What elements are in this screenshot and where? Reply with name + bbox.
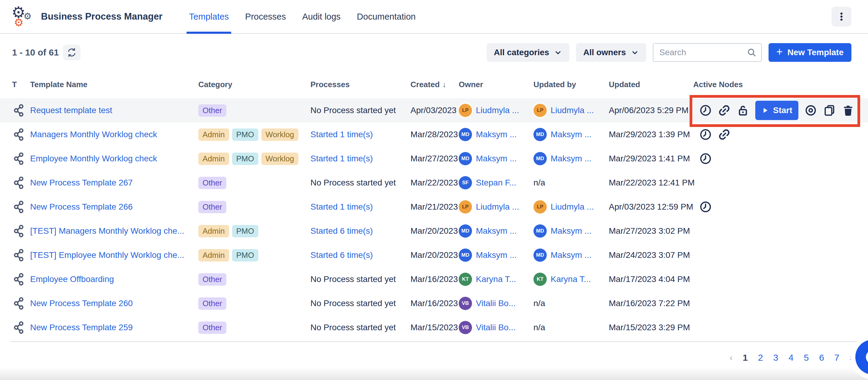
owner-name-link[interactable]: Maksym ... [476,154,517,164]
created-cell: Mar/20/2023 [410,250,459,260]
owner-name-link[interactable]: Maksym ... [476,130,517,139]
processes-link[interactable]: Started 6 time(s) [310,250,373,260]
updated-by-name-link[interactable]: Maksym ... [551,226,591,236]
history-icon[interactable] [699,152,712,165]
app-logo-gears-icon: ⚙ ⚙ ⚙ [11,4,35,29]
link-icon[interactable] [718,104,731,117]
pagination-next-button[interactable]: › [849,353,852,362]
pagination-page-7[interactable]: 7 [834,353,839,363]
template-type-cell [12,200,30,213]
processes-link[interactable]: Started 1 time(s) [310,202,373,211]
processes-text: No Process started yet [310,178,396,187]
column-header-t[interactable]: T [12,80,30,89]
template-name-link[interactable]: New Process Template 266 [30,202,133,211]
processes-link[interactable]: Started 1 time(s) [310,130,373,139]
table-row: New Process Template 266OtherStarted 1 t… [0,195,868,219]
owner-name-link[interactable]: Liudmyla ... [476,106,519,115]
updated-by-cell: n/a [533,299,609,308]
template-name-link[interactable]: [TEST] Employee Monthly Worklog che... [30,250,184,260]
owner-name-link[interactable]: Maksym ... [476,250,517,260]
tab-documentation[interactable]: Documentation [357,0,415,33]
copy-icon[interactable] [823,104,836,117]
toolbar-right: All categoriesAll owners + New Template [487,43,851,62]
history-icon[interactable] [699,128,712,141]
processes-link[interactable]: Started 1 time(s) [310,154,373,163]
template-name-link[interactable]: Request template test [30,106,112,115]
kebab-menu-button[interactable] [832,7,851,27]
updated-by-name-link[interactable]: Maksym ... [551,130,591,139]
template-name-link[interactable]: [TEST] Managers Monthly Worklog che... [30,226,184,236]
created-cell: Mar/20/2023 [410,226,459,236]
column-header-category[interactable]: Category [198,80,310,89]
column-header-processes[interactable]: Processes [310,80,410,89]
column-header-created[interactable]: Created↓ [410,80,459,89]
new-template-label: New Template [787,48,844,57]
updated-by-na-text: n/a [533,299,545,308]
template-name-link[interactable]: Employee Offboarding [30,274,114,284]
history-icon[interactable] [699,104,712,117]
category-cell: Other [198,177,310,189]
updated-by-name-link[interactable]: Karyna T... [551,274,591,284]
updated-timestamp: Mar/22/2023 12:41 PM [609,178,695,187]
workflow-icon [12,176,25,189]
owner-cell: LPLiudmyla ... [459,200,533,213]
all-categories-dropdown[interactable]: All categories [487,43,569,62]
updated-by-name-link[interactable]: Maksym ... [551,250,591,260]
column-header-template-name[interactable]: Template Name [30,80,198,89]
owner-name-link[interactable]: Vitalii Bo... [476,299,516,308]
tab-processes[interactable]: Processes [245,0,286,33]
template-name-link[interactable]: New Process Template 260 [30,299,133,308]
owner-name-link[interactable]: Vitalii Bo... [476,323,516,332]
owner-name-link[interactable]: Maksym ... [476,226,517,236]
template-name-link[interactable]: Employee Monthly Worklog check [30,154,157,163]
workflow-icon [12,224,25,238]
processes-cell: No Process started yet [310,274,410,284]
column-header-active-nodes[interactable]: Active Nodes [693,80,868,89]
new-template-button[interactable]: + New Template [769,43,851,62]
pagination-page-3[interactable]: 3 [773,353,778,363]
updated-cell: Apr/06/2023 5:29 PM [609,106,693,115]
owner-name-link[interactable]: Karyna T... [476,274,516,284]
column-header-updated[interactable]: Updated [609,80,693,89]
column-header-updated-by[interactable]: Updated by [533,80,609,89]
updated-by-name-link[interactable]: Liudmyla ... [551,202,594,212]
refresh-button[interactable] [63,45,81,60]
owner-cell: VBVitalii Bo... [459,321,533,334]
history-icon[interactable] [699,201,712,213]
pagination-page-2[interactable]: 2 [758,353,763,363]
start-button[interactable]: Start [755,101,798,120]
tab-templates[interactable]: Templates [189,0,229,33]
column-header-owner[interactable]: Owner [459,80,533,89]
tab-audit-logs[interactable]: Audit logs [302,0,341,33]
table-row: Request template testOtherNo Process sta… [0,98,868,122]
category-cell: AdminPMO [198,249,310,261]
lock-icon[interactable] [737,104,749,117]
play-icon [761,107,769,114]
link-icon[interactable] [718,128,731,141]
avatar: SF [459,176,472,189]
delete-icon[interactable] [842,104,855,117]
all-owners-dropdown[interactable]: All owners [576,43,646,62]
table-row: New Process Template 259OtherNo Process … [0,316,868,340]
pagination-prev-button[interactable]: ‹ [730,353,733,362]
template-name-link[interactable]: New Process Template 267 [30,178,133,187]
pagination-page-5[interactable]: 5 [804,353,809,363]
updated-by-name-link[interactable]: Liudmyla ... [551,106,594,115]
pagination-page-6[interactable]: 6 [819,353,824,363]
pagination-page-1[interactable]: 1 [743,353,748,363]
template-name-link[interactable]: Managers Monthly Worklog check [30,130,157,139]
result-range: 1 - 10 of 61 [12,45,81,60]
watch-icon[interactable] [804,104,817,117]
plus-icon: + [776,47,783,57]
category-badge: Other [198,321,226,334]
processes-link[interactable]: Started 6 time(s) [310,226,373,236]
processes-text: No Process started yet [310,274,396,284]
updated-by-cell: MDMaksym ... [533,128,609,141]
owner-name-link[interactable]: Liudmyla ... [476,202,519,212]
owner-name-link[interactable]: Stepan F... [476,178,516,187]
pagination-page-4[interactable]: 4 [788,353,794,363]
category-badge: Admin [198,225,229,237]
search-input[interactable] [659,48,747,57]
template-name-link[interactable]: New Process Template 259 [30,323,133,332]
updated-by-name-link[interactable]: Maksym ... [551,154,591,164]
